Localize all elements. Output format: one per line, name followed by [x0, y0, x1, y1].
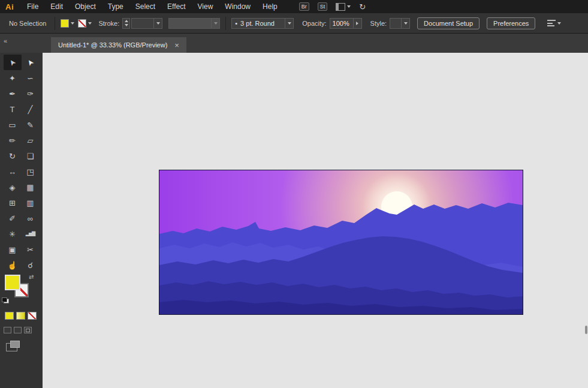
- rotate-tool[interactable]: ↻: [4, 148, 22, 164]
- paintbrush-tool[interactable]: ✎: [22, 117, 40, 133]
- paintbrush-icon: ✎: [27, 121, 34, 129]
- eyedropper-icon: ✐: [9, 215, 16, 222]
- scale-icon: ❏: [27, 152, 34, 160]
- vertical-scrollbar-thumb[interactable]: [585, 326, 587, 334]
- pen-tool[interactable]: ✒: [4, 86, 22, 101]
- canvas[interactable]: [43, 53, 588, 388]
- menu-help[interactable]: Help: [257, 0, 284, 13]
- pencil-tool[interactable]: ✏: [4, 133, 22, 148]
- brush-menu-button[interactable]: [285, 19, 293, 28]
- perspective-grid-tool[interactable]: ▦: [22, 179, 40, 195]
- column-graph-tool[interactable]: ▂▅▇: [22, 226, 40, 242]
- selection-icon: ➤: [7, 58, 17, 67]
- divider: [55, 17, 55, 30]
- default-fill-stroke-icon[interactable]: [2, 297, 9, 303]
- gradient-button[interactable]: [16, 312, 25, 320]
- align-options-button[interactable]: [547, 20, 561, 26]
- pencil-icon: ✏: [9, 137, 16, 145]
- none-button[interactable]: [28, 312, 37, 320]
- menu-type[interactable]: Type: [102, 0, 129, 13]
- stock-icon[interactable]: St: [318, 2, 328, 11]
- close-icon[interactable]: ×: [174, 41, 179, 49]
- document-tab-strip: « Untitled-1* @ 33.33% (RGB/Preview) ×: [0, 34, 588, 53]
- curvature-tool[interactable]: ✑: [22, 86, 40, 101]
- width-tool[interactable]: ↔: [4, 164, 22, 179]
- style-dropdown[interactable]: [390, 18, 410, 29]
- swap-fill-stroke-icon[interactable]: ⇄: [29, 273, 34, 280]
- pen-icon: ✒: [9, 90, 16, 98]
- bridge-icon[interactable]: Br: [299, 2, 309, 11]
- style-menu-button[interactable]: [401, 19, 409, 28]
- chevron-down-icon: [557, 22, 561, 25]
- selection-status: No Selection: [9, 20, 46, 27]
- opacity-flyout-button[interactable]: [354, 18, 362, 29]
- stroke-weight-dropdown[interactable]: [131, 18, 162, 29]
- lasso-tool[interactable]: ∽: [22, 70, 40, 86]
- draw-inside-mode-button[interactable]: [24, 327, 32, 333]
- stroke-weight-stepper[interactable]: [122, 18, 130, 29]
- fill-chevron-icon[interactable]: [71, 22, 74, 25]
- direct-selection-tool[interactable]: ➤: [22, 55, 40, 70]
- toolbar-collapse-button[interactable]: «: [0, 36, 43, 53]
- rectangle-tool[interactable]: ▭: [4, 117, 22, 133]
- mesh-tool[interactable]: ⊞: [4, 195, 22, 210]
- eraser-icon: ▱: [28, 137, 34, 145]
- tools-panel: ➤➤✦∽✒✑T╱▭✎✏▱↻❏↔◳◈▦⊞▥✐∞✳▂▅▇▣✂☝☌ ⇄: [0, 53, 43, 388]
- shape-builder-tool[interactable]: ◈: [4, 179, 22, 195]
- slice-tool[interactable]: ✂: [22, 242, 40, 257]
- type-tool[interactable]: T: [4, 101, 22, 117]
- eraser-tool[interactable]: ▱: [22, 133, 40, 148]
- opacity-input[interactable]: [330, 18, 354, 29]
- selection-tool[interactable]: ➤: [4, 55, 22, 70]
- column-graph-icon: ▂▅▇: [26, 231, 35, 236]
- menu-edit[interactable]: Edit: [44, 0, 69, 13]
- menu-view[interactable]: View: [192, 0, 219, 13]
- eyedropper-tool[interactable]: ✐: [4, 210, 22, 226]
- document-tab[interactable]: Untitled-1* @ 33.33% (RGB/Preview) ×: [51, 37, 186, 53]
- screen-mode-button[interactable]: [6, 341, 20, 351]
- zoom-icon: ☌: [28, 261, 33, 269]
- gradient-tool[interactable]: ▥: [22, 195, 40, 210]
- default-fill-chip: [2, 297, 7, 302]
- style-label: Style:: [370, 20, 387, 27]
- hand-icon: ☝: [7, 261, 17, 269]
- zoom-tool[interactable]: ☌: [22, 257, 40, 273]
- chevron-down-icon: [347, 5, 351, 8]
- line-segment-tool[interactable]: ╱: [22, 101, 40, 117]
- perspective-grid-icon: ▦: [26, 184, 34, 191]
- draw-behind-mode-button[interactable]: [14, 327, 22, 333]
- menu-window[interactable]: Window: [219, 0, 257, 13]
- menubar-icons: Br St ↻: [299, 2, 366, 11]
- brush-definition-dropdown[interactable]: • 3 pt. Round: [231, 18, 294, 29]
- draw-normal-mode-button[interactable]: [4, 327, 11, 333]
- document-setup-button[interactable]: Document Setup: [417, 17, 480, 29]
- artboard[interactable]: [159, 170, 523, 315]
- free-transform-tool[interactable]: ◳: [22, 164, 40, 179]
- symbol-sprayer-tool[interactable]: ✳: [4, 226, 22, 242]
- preferences-button[interactable]: Preferences: [487, 17, 535, 29]
- menu-select[interactable]: Select: [129, 0, 161, 13]
- fill-color-swatch[interactable]: [61, 19, 69, 28]
- stepper-up-icon: [125, 20, 128, 22]
- scale-tool[interactable]: ❏: [22, 148, 40, 164]
- stroke-color-swatch[interactable]: [78, 19, 86, 28]
- workspace-switcher-button[interactable]: [336, 3, 351, 11]
- fill-stroke-controls: ⇄: [0, 273, 43, 309]
- screen-mode-icon-overlay: [10, 341, 20, 348]
- artboard-tool[interactable]: ▣: [4, 242, 22, 257]
- stroke-weight-menu-button[interactable]: [153, 19, 162, 28]
- menu-effect[interactable]: Effect: [161, 0, 191, 13]
- hand-tool[interactable]: ☝: [4, 257, 22, 273]
- stroke-chevron-icon[interactable]: [88, 22, 92, 25]
- menu-object[interactable]: Object: [69, 0, 102, 13]
- blend-tool[interactable]: ∞: [22, 210, 40, 226]
- stepper-down-icon: [125, 24, 128, 26]
- opacity-label[interactable]: Opacity:: [302, 20, 326, 27]
- color-button[interactable]: [5, 312, 14, 320]
- fill-proxy-swatch[interactable]: [5, 275, 20, 290]
- sync-settings-icon[interactable]: ↻: [359, 2, 366, 11]
- sunset-artwork: [159, 170, 523, 314]
- symbol-sprayer-icon: ✳: [9, 230, 16, 238]
- menu-file[interactable]: File: [21, 0, 44, 13]
- magic-wand-tool[interactable]: ✦: [4, 70, 22, 86]
